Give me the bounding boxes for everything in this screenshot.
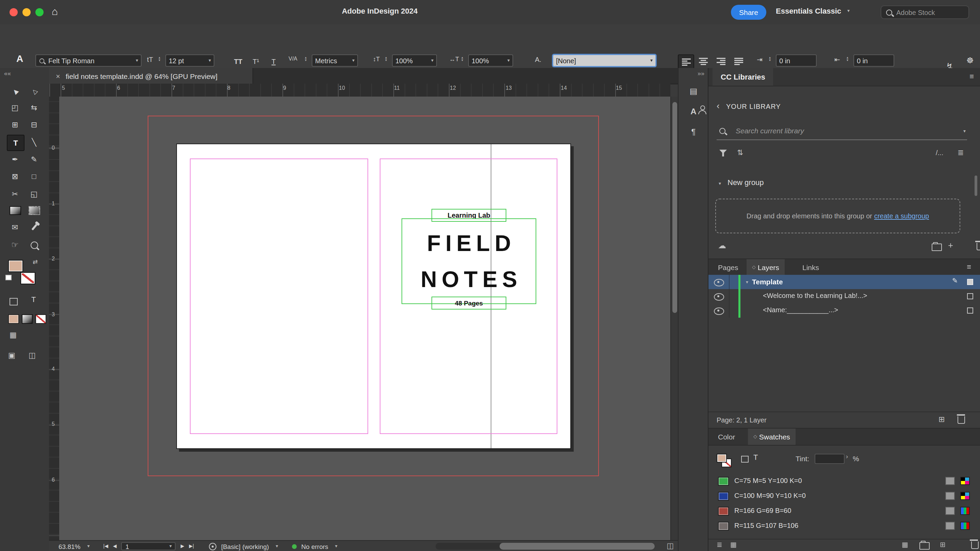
- filter-type-label[interactable]: /...: [936, 149, 943, 156]
- swatch-row[interactable]: C=75 M=5 Y=100 K=0: [708, 473, 980, 488]
- vertical-scrollbar-thumb[interactable]: [672, 102, 677, 313]
- create-subgroup-link[interactable]: create a subgroup: [874, 212, 929, 220]
- swatch-row[interactable]: R=115 G=107 B=106: [708, 518, 980, 533]
- layer-visibility-eye-icon[interactable]: [714, 279, 724, 286]
- library-search-row[interactable]: Search current library ▾: [717, 123, 967, 140]
- swatch-views-icon[interactable]: ▦: [902, 541, 908, 548]
- add-item-icon[interactable]: +: [948, 240, 953, 250]
- collapse-dock-icon[interactable]: ««: [4, 70, 11, 77]
- layer-selection-square[interactable]: [967, 308, 973, 314]
- pencil-tool[interactable]: ✎: [26, 152, 42, 167]
- superscript-button[interactable]: T¹: [248, 54, 264, 68]
- panel-menu-icon[interactable]: ≡: [969, 72, 974, 80]
- document-spread[interactable]: Learning Lab FIELD NOTES 48 Pages: [176, 143, 571, 449]
- pages-text-frame[interactable]: 48 Pages: [431, 297, 506, 310]
- layer-row-item[interactable]: <Welcome to the Learning Lab!...>: [708, 289, 980, 303]
- font-family-combo[interactable]: Felt Tip Roman ▾: [35, 54, 142, 67]
- back-icon[interactable]: ‹: [717, 101, 720, 111]
- vertical-ruler[interactable]: 0 1 2 3 4 5 6: [49, 97, 60, 540]
- formatting-affects-text-icon[interactable]: T: [753, 453, 758, 461]
- horizontal-ruler[interactable]: 5 6 7 8 9 10 11 12 13 14 15: [49, 84, 670, 97]
- vertical-scrollbar[interactable]: [670, 97, 679, 540]
- tab-cc-libraries[interactable]: CC Libraries: [713, 68, 773, 86]
- kerning-stepper[interactable]: ▴▾: [305, 56, 307, 61]
- previous-page-button[interactable]: ◀: [113, 543, 117, 549]
- zoom-level-value[interactable]: 63.81%: [59, 543, 80, 550]
- tab-links[interactable]: Links: [795, 259, 826, 275]
- swatch-row[interactable]: R=166 G=69 B=60: [708, 503, 980, 518]
- panel-menu-icon[interactable]: ≡: [967, 263, 971, 271]
- new-layer-icon[interactable]: ⊞: [939, 415, 945, 424]
- normal-screen-mode-button[interactable]: ▣: [8, 351, 15, 360]
- delete-layer-icon[interactable]: [958, 416, 965, 424]
- tint-field[interactable]: [815, 454, 845, 464]
- title-text-frame[interactable]: FIELD NOTES: [401, 218, 536, 304]
- layer-visibility-eye-icon[interactable]: [714, 293, 724, 301]
- content-collector-tool[interactable]: ⊞: [7, 117, 23, 132]
- disclosure-triangle-icon[interactable]: ▾: [744, 279, 748, 285]
- type-tool[interactable]: T: [7, 135, 24, 151]
- zoom-window-button[interactable]: [35, 8, 43, 16]
- underline-button[interactable]: T: [266, 54, 282, 68]
- delete-icon[interactable]: [977, 243, 980, 250]
- font-size-combo[interactable]: 12 pt ▾: [165, 54, 215, 67]
- left-indent-stepper[interactable]: ▴▾: [769, 56, 771, 61]
- left-indent-field[interactable]: 0 in: [776, 54, 817, 67]
- preview-screen-mode-button[interactable]: ◫: [29, 351, 36, 360]
- apply-color-button[interactable]: [8, 314, 19, 324]
- tab-pages[interactable]: Pages: [711, 259, 745, 275]
- swatch-list-view-icon[interactable]: ≣: [717, 541, 722, 548]
- content-placer-tool[interactable]: ⊟: [26, 117, 42, 132]
- close-tab-icon[interactable]: ×: [56, 72, 60, 80]
- account-icon[interactable]: [698, 105, 706, 114]
- align-left-button[interactable]: [678, 54, 694, 69]
- pages-panel-icon[interactable]: ▤: [688, 86, 699, 97]
- right-indent-field[interactable]: 0 in: [853, 54, 894, 67]
- panel-settings-gear-icon[interactable]: ☸: [966, 56, 974, 65]
- tint-slider-icon[interactable]: ›: [846, 453, 848, 460]
- next-page-button[interactable]: ▶: [181, 543, 185, 549]
- sort-icon[interactable]: ⇅: [737, 148, 743, 157]
- font-size-stepper[interactable]: ▴▾: [159, 56, 160, 61]
- direct-selection-tool[interactable]: ▷: [26, 84, 42, 99]
- formatting-affects-container-icon[interactable]: [741, 456, 749, 462]
- character-formatting-button[interactable]: A: [16, 53, 23, 64]
- apply-none-button[interactable]: [35, 314, 46, 324]
- tab-swatches[interactable]: ◇ Swatches: [748, 429, 795, 445]
- swatch-grid-view-icon[interactable]: ▦: [730, 541, 737, 548]
- delete-swatch-icon[interactable]: [971, 541, 978, 549]
- layer-row-template[interactable]: ▾ Template ✎: [708, 275, 980, 289]
- gradient-swatch-tool[interactable]: [7, 203, 23, 218]
- minimize-window-button[interactable]: [22, 8, 30, 16]
- document-tab[interactable]: × field notes template.indd @ 64% [GPU P…: [49, 68, 253, 84]
- gradient-feather-tool[interactable]: [26, 203, 42, 218]
- layer-visibility-eye-icon[interactable]: [714, 308, 724, 315]
- line-tool[interactable]: ╲: [26, 135, 42, 150]
- swap-fill-stroke-icon[interactable]: ⇄: [33, 259, 38, 265]
- vertical-scale-combo[interactable]: 100% ▾: [392, 54, 437, 67]
- view-grid-icon[interactable]: ▦: [10, 330, 17, 340]
- chevron-down-icon[interactable]: ▾: [961, 129, 966, 134]
- kerning-combo[interactable]: Metrics ▾: [312, 54, 358, 67]
- formatting-affects-container-button[interactable]: [10, 298, 18, 305]
- preflight-profile-value[interactable]: [Basic] (working): [221, 543, 269, 550]
- gap-tool[interactable]: ⇆: [26, 100, 42, 115]
- tab-color[interactable]: Color: [711, 429, 742, 445]
- selection-tool[interactable]: ▶: [7, 84, 23, 99]
- new-group-header[interactable]: ▾ New group: [708, 176, 980, 191]
- list-view-icon[interactable]: ≣: [958, 148, 964, 157]
- layer-row-item[interactable]: <Name:___________...>: [708, 303, 980, 318]
- vertical-scale-stepper[interactable]: ▴▾: [385, 56, 387, 61]
- layer-selection-square[interactable]: [967, 279, 973, 285]
- align-center-button[interactable]: [695, 54, 711, 68]
- free-transform-tool[interactable]: ◱: [26, 186, 42, 202]
- all-caps-button[interactable]: TT: [230, 54, 247, 68]
- close-window-button[interactable]: [10, 8, 18, 16]
- new-folder-icon[interactable]: [932, 243, 942, 251]
- spread-view-icon[interactable]: ◫: [667, 541, 674, 550]
- paragraph-styles-panel-icon[interactable]: ¶: [688, 127, 699, 137]
- layer-name[interactable]: Template: [752, 278, 783, 286]
- workspace-switcher[interactable]: Essentials Classic ▾: [776, 7, 850, 15]
- page-tool[interactable]: ◰: [7, 100, 23, 115]
- filter-icon[interactable]: [719, 150, 727, 156]
